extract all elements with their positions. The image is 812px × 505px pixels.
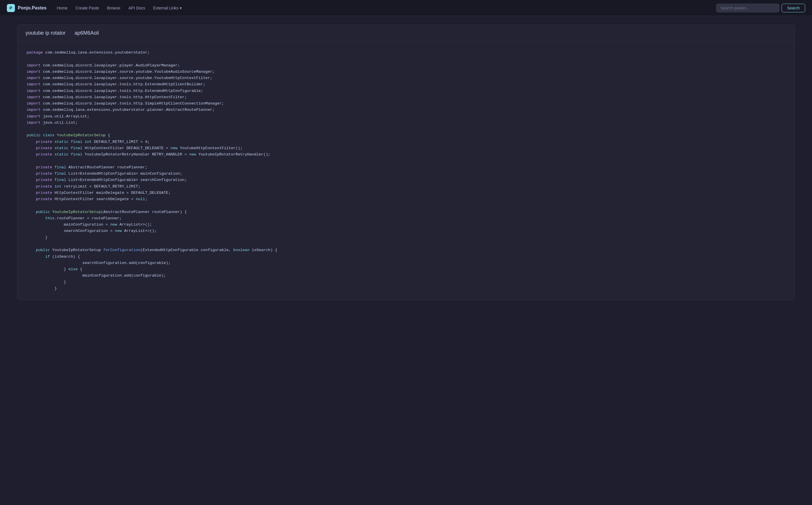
paste-name: youtube ip rotator — [25, 30, 66, 36]
search-area: Search — [716, 4, 805, 12]
paste-separator: · — [69, 30, 71, 36]
nav-create-paste[interactable]: Create Paste — [72, 4, 103, 12]
navbar: P Ponjo.Pastes Home Create Paste Browse … — [0, 0, 812, 16]
chevron-down-icon: ▾ — [180, 6, 182, 10]
nav-api-docs[interactable]: API Docs — [125, 4, 148, 12]
nav-external-links-label: External Links — [153, 6, 179, 10]
brand-icon: P — [7, 4, 15, 12]
nav-links: Home Create Paste Browse API Docs Extern… — [53, 4, 709, 12]
brand-link[interactable]: P Ponjo.Pastes — [7, 4, 46, 12]
paste-header: youtube ip rotator · ap6M6Aoli — [17, 25, 795, 41]
paste-title: youtube ip rotator · ap6M6Aoli — [25, 30, 787, 36]
paste-id: ap6M6Aoli — [75, 30, 99, 36]
code-block: package com.sedmelluq.lava.extensions.yo… — [27, 49, 785, 292]
main-content: youtube ip rotator · ap6M6Aoli package c… — [0, 16, 812, 309]
paste-container: youtube ip rotator · ap6M6Aoli package c… — [17, 25, 795, 300]
nav-browse[interactable]: Browse — [104, 4, 124, 12]
search-input[interactable] — [716, 4, 779, 12]
nav-external-links[interactable]: External Links ▾ — [150, 4, 185, 12]
brand-name: Ponjo.Pastes — [18, 5, 46, 11]
search-button[interactable]: Search — [782, 4, 805, 12]
code-area: package com.sedmelluq.lava.extensions.yo… — [17, 41, 795, 300]
nav-home[interactable]: Home — [53, 4, 71, 12]
